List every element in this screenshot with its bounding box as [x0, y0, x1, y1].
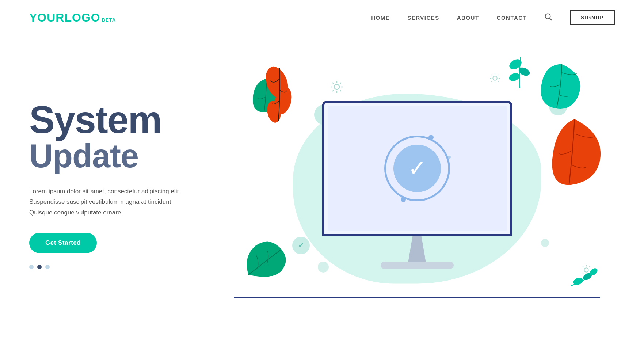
orbit-dot-2	[401, 197, 406, 202]
dot-3[interactable]	[45, 265, 50, 269]
monitor-base	[381, 262, 454, 269]
monitor-screen: ✓	[328, 106, 507, 231]
nav-home[interactable]: HOME	[371, 15, 390, 21]
main-nav: HOME SERVICES ABOUT CONTACT SIGNUP	[371, 10, 615, 25]
nav-services[interactable]: SERVICES	[407, 15, 439, 21]
leaf-orange-right	[545, 115, 604, 190]
hero-description: Lorem ipsum dolor sit amet, consectetur …	[29, 186, 205, 218]
svg-point-2	[334, 84, 339, 90]
get-started-button[interactable]: Get Started	[29, 233, 97, 253]
nav-contact[interactable]: CONTACT	[497, 15, 527, 21]
gear-icon-2	[488, 72, 502, 88]
leaf-orange-topleft	[263, 64, 296, 124]
orbit-dot-3	[448, 156, 451, 159]
update-checkmark: ✓	[408, 157, 426, 179]
monitor: ✓	[322, 101, 512, 269]
branch-teal-bottomright	[567, 264, 600, 291]
logo-text: YOURLOGO	[29, 11, 100, 24]
nav-about[interactable]: ABOUT	[457, 15, 479, 21]
update-check-circle-outer: ✓	[384, 136, 450, 201]
hero-title-system: System	[29, 100, 219, 139]
signup-button[interactable]: SIGNUP	[570, 10, 615, 25]
svg-point-3	[493, 76, 497, 80]
main-content: System Update Lorem ipsum dolor sit amet…	[0, 35, 644, 335]
baseline	[234, 297, 600, 298]
left-content: System Update Lorem ipsum dolor sit amet…	[29, 100, 219, 269]
logo-beta: BETA	[102, 17, 116, 23]
leaf-green-bottomleft	[241, 238, 289, 283]
header: YOURLOGO BETA HOME SERVICES ABOUT CONTAC…	[0, 0, 644, 35]
gear-icon-1	[329, 79, 345, 99]
svg-line-1	[550, 18, 552, 20]
hero-desc-line1: Lorem ipsum dolor sit amet, consectetur …	[29, 188, 180, 195]
update-check-circle-inner: ✓	[393, 145, 441, 192]
pagination-dots	[29, 265, 219, 269]
logo[interactable]: YOURLOGO BETA	[29, 11, 116, 24]
search-icon[interactable]	[544, 13, 552, 23]
hero-desc-line2: Suspendisse suscipit vestibulum magna at…	[29, 198, 173, 205]
dot-2[interactable]	[37, 265, 42, 269]
leaf-green-topright	[538, 61, 586, 113]
monitor-neck	[406, 236, 428, 262]
hero-desc-line3: Quisque congue vulputate ornare.	[29, 209, 123, 216]
branch-teal-topright	[505, 53, 534, 91]
dot-1[interactable]	[29, 265, 34, 269]
svg-point-10	[508, 72, 521, 82]
orbit-dot-1	[428, 135, 434, 140]
hero-title-update: Update	[29, 139, 219, 174]
small-circle-2	[541, 239, 549, 247]
check-bubble-3: ✓	[292, 237, 310, 254]
monitor-frame: ✓	[322, 101, 512, 236]
hero-illustration: ✓ ✓ ✓	[219, 42, 615, 327]
